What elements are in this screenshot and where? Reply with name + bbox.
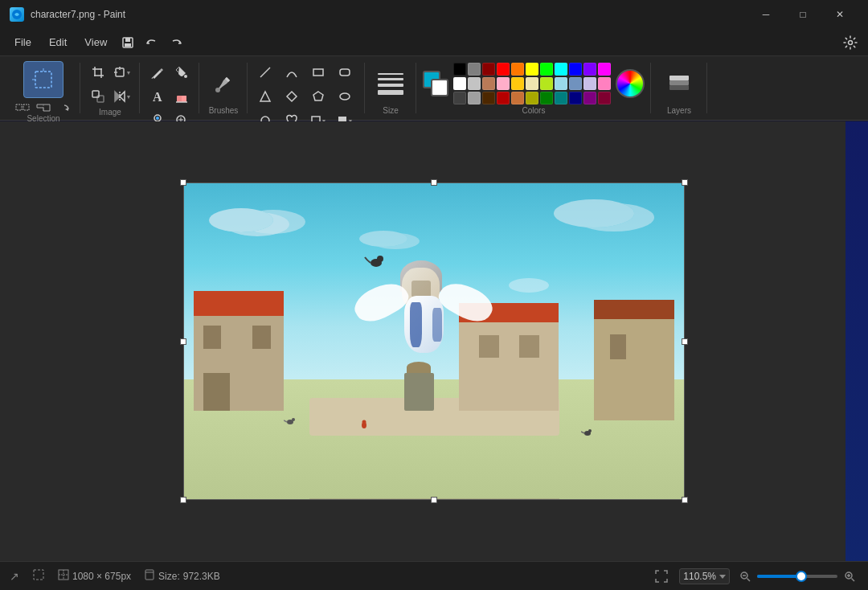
color-swatch-dred[interactable]: [482, 63, 495, 76]
rotate-button[interactable]: [55, 101, 74, 114]
color-swatch-dkgreen[interactable]: [540, 92, 553, 104]
color-preview[interactable]: [423, 71, 448, 96]
color-swatch-hotpink[interactable]: [598, 77, 611, 90]
color-swatch-purple[interactable]: [583, 92, 596, 104]
color-swatch-lavender[interactable]: [583, 77, 596, 90]
bird-3: [581, 426, 594, 436]
background-color[interactable]: [431, 79, 448, 96]
select-crop-button[interactable]: [34, 101, 53, 114]
color-swatch-white[interactable]: [453, 77, 466, 90]
handle-top-right[interactable]: [682, 179, 688, 186]
crop-button[interactable]: [87, 61, 109, 84]
rounded-rect-tool[interactable]: [334, 61, 356, 84]
minimize-button[interactable]: ─: [747, 0, 784, 29]
select-all-button[interactable]: [13, 101, 32, 114]
canvas-image[interactable]: [183, 182, 685, 500]
color-swatch-orange[interactable]: [511, 63, 524, 76]
color-swatch-teal[interactable]: [555, 92, 567, 104]
zoom-slider-thumb[interactable]: [796, 571, 807, 582]
color-swatch-olive[interactable]: [526, 92, 538, 104]
flip-button[interactable]: ▼: [111, 85, 133, 108]
tools-group: A: [140, 56, 199, 120]
color-swatch-dkred[interactable]: [497, 92, 510, 104]
ellipse-tool[interactable]: [334, 85, 356, 108]
color-swatch-dgray[interactable]: [468, 63, 481, 76]
handle-top-middle[interactable]: [431, 179, 437, 186]
bird-2: [359, 419, 369, 430]
close-button[interactable]: ✕: [821, 0, 858, 29]
shapes-group: ▼ ▼ Shapes: [248, 56, 365, 120]
svg-marker-12: [65, 108, 68, 111]
save-button[interactable]: [117, 31, 139, 54]
size-label: Size: [383, 106, 398, 117]
zoom-slider[interactable]: [757, 575, 837, 578]
menu-file[interactable]: File: [6, 33, 39, 51]
svg-marker-24: [120, 92, 125, 101]
line-tool[interactable]: [254, 61, 276, 84]
color-swatch-vdgray[interactable]: [453, 92, 466, 104]
size-group: Size: [365, 56, 416, 120]
handle-middle-right[interactable]: [682, 338, 688, 345]
settings-button[interactable]: [839, 31, 862, 54]
selection-tool-button[interactable]: [23, 61, 63, 98]
color-swatch-navy[interactable]: [569, 92, 582, 104]
bird-1: [284, 414, 297, 424]
color-swatch-magenta[interactable]: [598, 63, 611, 76]
color-swatch-red[interactable]: [497, 63, 510, 76]
color-swatch-maroon[interactable]: [598, 92, 611, 104]
color-swatch-slateblue[interactable]: [569, 77, 582, 90]
select-region-button[interactable]: [87, 85, 109, 108]
image-transform-button[interactable]: ▼: [111, 61, 133, 84]
size-content: [371, 61, 410, 106]
size-line-4: [378, 90, 403, 95]
svg-marker-65: [719, 575, 726, 579]
undo-button[interactable]: [141, 31, 163, 54]
color-palette: [453, 63, 611, 104]
color-swatch-cream[interactable]: [526, 77, 538, 90]
maximize-button[interactable]: □: [784, 0, 821, 29]
handle-top-left[interactable]: [180, 179, 186, 186]
menu-view[interactable]: View: [76, 33, 115, 51]
color-swatch-yellow[interactable]: [526, 63, 538, 76]
redo-button[interactable]: [165, 31, 187, 54]
canvas-area[interactable]: [0, 121, 868, 561]
zoom-in-button[interactable]: [841, 567, 858, 585]
color-swatch-rust[interactable]: [511, 92, 524, 104]
fill-tool[interactable]: [170, 61, 193, 84]
zoom-dropdown[interactable]: 110.5%: [679, 568, 730, 584]
color-swatch-pink[interactable]: [497, 77, 510, 90]
color-swatch-lime[interactable]: [540, 63, 553, 76]
menu-edit[interactable]: Edit: [41, 33, 75, 51]
pentagon-tool[interactable]: [307, 85, 330, 108]
handle-bottom-right[interactable]: [682, 497, 688, 503]
color-swatch-lgray[interactable]: [468, 77, 481, 90]
svg-rect-2: [125, 38, 130, 42]
handle-bottom-left[interactable]: [180, 497, 186, 503]
layers-button[interactable]: [661, 66, 697, 101]
handle-middle-left[interactable]: [180, 338, 186, 345]
rect-tool[interactable]: [307, 61, 330, 84]
brush-button[interactable]: [209, 69, 238, 98]
color-swatch-chartreuse[interactable]: [540, 77, 553, 90]
color-swatch-dbrown[interactable]: [482, 92, 495, 104]
zoom-out-button[interactable]: [736, 567, 754, 585]
curve-tool[interactable]: [280, 61, 303, 84]
color-swatch-gold[interactable]: [511, 77, 524, 90]
color-swatch-cyan[interactable]: [555, 63, 567, 76]
color-swatch-mgray[interactable]: [468, 92, 481, 104]
pencil-tool[interactable]: [146, 61, 169, 84]
color-wheel-button[interactable]: [616, 69, 645, 98]
fullscreen-button[interactable]: [650, 565, 673, 588]
triangle-tool[interactable]: [254, 85, 276, 108]
statusbar: ↗ 1080 × 675px: [0, 561, 868, 590]
size-selector[interactable]: [375, 70, 407, 98]
color-swatch-ltblue[interactable]: [555, 77, 567, 90]
color-swatch-violet[interactable]: [583, 63, 596, 76]
color-swatch-black[interactable]: [453, 63, 466, 76]
color-swatch-blue[interactable]: [569, 63, 582, 76]
color-swatch-brown[interactable]: [482, 77, 495, 90]
handle-bottom-middle[interactable]: [431, 497, 437, 503]
text-tool[interactable]: A: [146, 85, 169, 108]
diamond-tool[interactable]: [280, 85, 303, 108]
eraser-tool[interactable]: [170, 85, 193, 108]
